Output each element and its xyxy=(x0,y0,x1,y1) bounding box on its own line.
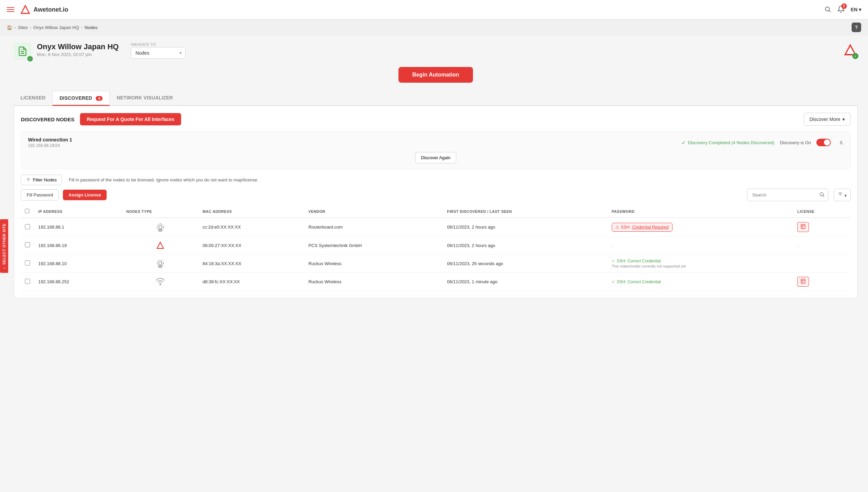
credential-required-badge: ⚠ SSH: Credential Required xyxy=(612,223,673,232)
filter-row: Filter Nodes Fill in password of the nod… xyxy=(21,175,851,185)
password-status-cell: ✓ SSH: Correct Credential This make/mode… xyxy=(612,259,789,268)
credential-required-link[interactable]: Credential Required xyxy=(632,225,669,230)
assign-license-button[interactable]: Assign License xyxy=(63,190,106,200)
site-info: Onyx Willow Japan HQ Mon, 6 Nov 2023, 02… xyxy=(37,42,119,57)
logo-area: Awetonet.io xyxy=(20,4,68,15)
site-header: ✓ Onyx Willow Japan HQ Mon, 6 Nov 2023, … xyxy=(14,42,858,60)
th-first-discovered: FIRST DISCOVERED / LAST SEEN xyxy=(443,205,608,218)
password-dash: - xyxy=(612,243,613,248)
table-row: 192.168.88.19 08:00:27:XX:XX:XX PCS Syst… xyxy=(21,236,851,255)
license-icon-button[interactable] xyxy=(797,277,809,287)
main-content: ✓ Onyx Willow Japan HQ Mon, 6 Nov 2023, … xyxy=(0,36,868,490)
language-selector[interactable]: EN ▾ xyxy=(851,7,861,12)
table-filter-button[interactable]: ▾ xyxy=(834,189,851,201)
robot-avatar: ✓ xyxy=(843,42,858,58)
table-row: 192.168.88.252 d8:38:fc:XX:XX:XX R xyxy=(21,273,851,291)
navigate-dropdown[interactable]: Nodes Overview Settings xyxy=(131,47,186,59)
svg-point-29 xyxy=(160,284,161,285)
fill-password-button[interactable]: Fill Password xyxy=(21,189,59,201)
tab-licensed[interactable]: LICENSED xyxy=(14,91,52,106)
wired-status-text: Discovery Completed (4 Nodes Discovered) xyxy=(688,140,774,145)
breadcrumb-sep-1: › xyxy=(14,25,16,30)
navigate-select-group: NAVIGATE TO: Nodes Overview Settings xyxy=(131,42,186,59)
svg-line-3 xyxy=(829,10,830,12)
license-icon-button[interactable] xyxy=(797,222,809,232)
network-device-icon xyxy=(155,259,165,268)
site-date: Mon, 6 Nov 2023, 02:07 pm xyxy=(37,52,119,57)
row-checkbox[interactable] xyxy=(25,224,30,229)
tab-network-visualizer[interactable]: NETWORK VISUALIZER xyxy=(110,91,180,106)
warning-icon: ⚠ xyxy=(615,225,619,230)
collapse-button[interactable]: ∧ xyxy=(839,139,843,146)
tab-licensed-label: LICENSED xyxy=(21,95,45,100)
cell-ip: 192.168.88.252 xyxy=(34,273,122,291)
th-ip-address: IP ADDRESS xyxy=(34,205,122,218)
help-button[interactable]: ? xyxy=(852,23,861,32)
table-row: 192.168.88.10 84:18:3a:XX:XX:XX Ruckus W… xyxy=(21,255,851,273)
select-all-checkbox[interactable] xyxy=(25,209,29,213)
cell-ip: 192.168.88.10 xyxy=(34,255,122,273)
th-vendor: VENDOR xyxy=(304,205,443,218)
discover-more-label: Discover More xyxy=(810,117,840,122)
breadcrumb-sep-2: › xyxy=(30,25,31,30)
license-icon xyxy=(800,224,806,229)
svg-point-2 xyxy=(825,7,829,11)
row-checkbox[interactable] xyxy=(25,279,30,284)
th-password: PASSWORD xyxy=(608,205,793,218)
discovery-toggle[interactable] xyxy=(816,139,831,146)
discover-more-button[interactable]: Discover More ▾ xyxy=(804,113,851,126)
tab-discovered[interactable]: DISCOVERED 4 xyxy=(52,91,110,106)
th-nodes-type: NODES TYPE xyxy=(122,205,199,218)
robot-status-check: ✓ xyxy=(852,53,858,59)
search-submit-button[interactable] xyxy=(816,189,828,201)
select-other-site-tab[interactable]: › SELECT OTHER SITE xyxy=(0,219,8,273)
cell-password: - xyxy=(608,236,793,255)
filter-icon xyxy=(838,192,843,197)
filter-description: Fill in password of the nodes to be lice… xyxy=(69,177,258,182)
cell-password: ✓ SSH: Correct Credential This make/mode… xyxy=(608,255,793,273)
chevron-down-icon: ▾ xyxy=(859,7,861,12)
home-icon[interactable]: 🏠 xyxy=(7,25,12,30)
node-type-icon xyxy=(126,222,194,232)
filter-nodes-button[interactable]: Filter Nodes xyxy=(21,175,62,185)
router-icon xyxy=(155,222,165,232)
global-search-button[interactable] xyxy=(824,6,831,14)
search-input[interactable] xyxy=(747,190,816,200)
cell-vendor: Ruckus Wireless xyxy=(304,255,443,273)
cell-node-type xyxy=(122,255,199,273)
cell-node-type xyxy=(122,273,199,291)
wired-name: Wired connection 1 xyxy=(28,137,676,142)
discovered-panel: DISCOVERED NODES Request For A Quote For… xyxy=(14,106,858,298)
cell-first-seen: 06/11/2023, 1 minute ago xyxy=(443,273,608,291)
notifications-bell[interactable]: 2 xyxy=(837,5,845,14)
wired-status: ✓ Discovery Completed (4 Nodes Discovere… xyxy=(681,139,774,146)
correct-cred-text: SSH: Correct Credential xyxy=(617,259,661,263)
navigate-wrapper: Nodes Overview Settings xyxy=(131,47,186,59)
site-name: Onyx Willow Japan HQ xyxy=(37,42,119,51)
row-checkbox[interactable] xyxy=(25,242,30,247)
cell-password: ⚠ SSH: Credential Required xyxy=(608,218,793,236)
wifi-icon xyxy=(155,277,165,287)
chevron-down-icon: ▾ xyxy=(844,193,847,198)
begin-automation-button[interactable]: Begin Automation xyxy=(398,67,473,83)
hamburger-menu[interactable] xyxy=(7,6,14,13)
cell-ip: 192.168.88.19 xyxy=(34,236,122,255)
navigate-label: NAVIGATE TO: xyxy=(131,42,186,46)
cell-password: ✓ SSH: Correct Credential xyxy=(608,273,793,291)
breadcrumb-current: Nodes xyxy=(85,25,98,30)
site-header-right: ✓ xyxy=(843,42,858,58)
discover-again-button[interactable]: Discover Again xyxy=(415,152,457,163)
correct-credential: ✓ SSH: Correct Credential xyxy=(612,259,789,263)
breadcrumb: 🏠 › Sites › Onyx Willow Japan HQ › Nodes xyxy=(7,25,97,30)
table-row: 192.168.88.1 cc:2d:e0:XX:XX xyxy=(21,218,851,236)
cell-vendor: PCS Systemtechnik GmbH xyxy=(304,236,443,255)
breadcrumb-site[interactable]: Onyx Willow Japan HQ xyxy=(33,25,79,30)
quote-button[interactable]: Request For A Quote For All Interfaces xyxy=(80,113,181,125)
row-checkbox[interactable] xyxy=(25,260,30,265)
breadcrumb-sites[interactable]: Sites xyxy=(18,25,28,30)
cell-first-seen: 06/11/2023, 2 hours ago xyxy=(443,236,608,255)
wired-ip: 192.168.88.19/24 xyxy=(28,143,676,148)
panel-title: DISCOVERED NODES xyxy=(21,117,74,122)
top-navigation: Awetonet.io 2 EN ▾ xyxy=(0,0,868,19)
cell-ip: 192.168.88.1 xyxy=(34,218,122,236)
